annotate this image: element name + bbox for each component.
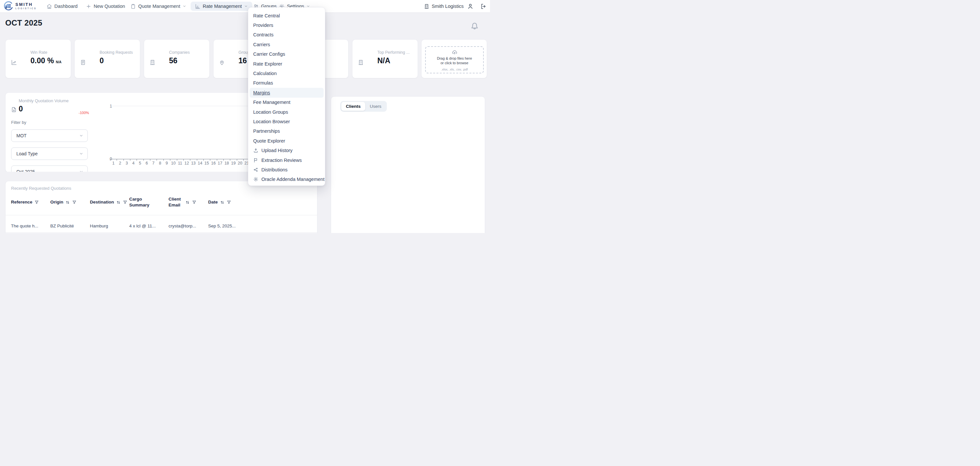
- building-icon: [358, 59, 364, 65]
- menu-item-upload-history[interactable]: Upload History: [248, 145, 325, 155]
- menu-item-providers[interactable]: Providers: [248, 20, 325, 30]
- filter-icon[interactable]: [72, 200, 76, 204]
- stat-value: N/A: [377, 56, 390, 65]
- brand-subname: LOGISTICS: [15, 8, 37, 10]
- nav-label: Rate Management: [203, 3, 242, 9]
- rate-management-dropdown: Rate Central Providers Contracts Carrier…: [248, 7, 325, 186]
- stat-label: Top Performing ...: [377, 50, 410, 55]
- x-tick-mark: [143, 159, 144, 161]
- menu-item-carriers[interactable]: Carriers: [248, 40, 325, 49]
- x-tick-mark: [197, 159, 197, 161]
- stat-value: 16: [239, 56, 247, 65]
- share-icon: [253, 167, 258, 172]
- menu-item-formulas[interactable]: Formulas: [248, 78, 325, 88]
- column-header-destination[interactable]: Destination: [84, 199, 124, 205]
- sort-icon[interactable]: [116, 200, 121, 205]
- column-header-date[interactable]: Date: [203, 199, 245, 205]
- file-dropzone[interactable]: Drag & drop files here or click to brows…: [425, 46, 484, 73]
- stat-card-top-performing: Top Performing ... N/A: [352, 39, 418, 78]
- y-axis-tick-1: 1: [105, 104, 112, 109]
- menu-item-margins[interactable]: Margins: [250, 88, 324, 97]
- menu-item-location-groups[interactable]: Location Groups: [248, 107, 325, 116]
- stat-value: 0: [100, 56, 104, 65]
- x-tick-mark: [237, 159, 237, 161]
- recently-requested-quotations-panel: Recently Requested Quotations Reference …: [5, 181, 317, 233]
- table-row[interactable]: The quote h... BZ Publicité Hamburg 4 x …: [6, 219, 317, 232]
- cell-cargo-summary: 4 x lcl @ 11...: [124, 223, 163, 228]
- menu-item-rate-explorer[interactable]: Rate Explorer: [248, 59, 325, 69]
- quotations-title: Recently Requested Quotations: [11, 186, 72, 191]
- home-icon: [46, 3, 52, 9]
- x-tick-label: 5: [137, 161, 143, 166]
- chevron-down-icon: [79, 152, 84, 156]
- cell-date: Sep 5, 2025...: [203, 223, 245, 228]
- building-icon: [150, 59, 156, 65]
- company-name: Smith Logistics: [432, 3, 464, 9]
- x-tick-mark: [110, 159, 110, 161]
- sort-icon[interactable]: [185, 200, 190, 205]
- journal-icon: [80, 59, 86, 65]
- mot-filter-select[interactable]: MOT: [11, 129, 88, 142]
- x-tick-label: 1: [110, 161, 117, 166]
- menu-item-distributions[interactable]: Distributions: [248, 165, 325, 174]
- file-plus-icon: [11, 107, 17, 113]
- x-tick-label: 10: [170, 161, 177, 166]
- notifications-bell-icon[interactable]: [470, 21, 479, 31]
- x-tick-mark: [170, 159, 170, 161]
- nav-item-new-quotation[interactable]: New Quotation: [86, 0, 125, 13]
- menu-item-calculation[interactable]: Calculation: [248, 69, 325, 78]
- menu-item-location-browser[interactable]: Location Browser: [248, 116, 325, 126]
- x-tick-label: 9: [164, 161, 170, 166]
- load-type-filter-select[interactable]: Load Type: [11, 147, 88, 160]
- x-tick-mark: [190, 159, 190, 161]
- menu-item-partnerships[interactable]: Partnerships: [248, 126, 325, 136]
- logout-button[interactable]: [480, 0, 487, 13]
- stat-card-win-rate: Win Rate 0.00 %N/A: [5, 39, 71, 78]
- x-tick-label: 19: [230, 161, 237, 166]
- x-tick-label: 3: [124, 161, 130, 166]
- nav-label: New Quotation: [94, 3, 125, 9]
- gear-icon: [253, 177, 258, 182]
- tab-clients[interactable]: Clients: [341, 102, 365, 111]
- menu-item-quote-explorer[interactable]: Quote Explorer: [248, 136, 325, 145]
- sort-icon[interactable]: [220, 200, 225, 205]
- x-tick-label: 17: [217, 161, 223, 166]
- stat-card-companies: Companies 56: [144, 39, 210, 78]
- page-title: OCT 2025: [5, 18, 42, 27]
- x-tick-label: 13: [190, 161, 197, 166]
- nav-item-dashboard[interactable]: Dashboard: [46, 0, 78, 13]
- menu-item-contracts[interactable]: Contracts: [248, 30, 325, 40]
- x-tick-label: 4: [130, 161, 137, 166]
- stat-value: 56: [169, 56, 178, 65]
- column-header-cargo-summary[interactable]: Cargo Summary: [124, 196, 163, 208]
- filter-icon[interactable]: [227, 200, 231, 204]
- stat-value: 0.00 %N/A: [30, 56, 62, 65]
- menu-item-fee-management[interactable]: Fee Management: [248, 98, 325, 107]
- x-tick-label: 18: [223, 161, 230, 166]
- menu-item-extraction-reviews[interactable]: Extraction Reviews: [248, 155, 325, 165]
- column-header-client-email[interactable]: Client Email: [163, 196, 203, 208]
- stat-label: Booking Requests: [100, 50, 133, 55]
- x-tick-mark: [210, 159, 210, 161]
- column-header-reference[interactable]: Reference: [6, 199, 45, 205]
- cell-client-email: crysta@torp...: [163, 223, 203, 228]
- filter-icon[interactable]: [192, 200, 197, 204]
- column-header-origin[interactable]: Origin: [45, 199, 84, 205]
- nav-item-quote-management[interactable]: Quote Management: [130, 0, 186, 13]
- cell-destination: Hamburg: [84, 223, 124, 228]
- select-value: MOT: [16, 133, 27, 138]
- nav-item-rate-management[interactable]: Rate Management: [191, 2, 252, 11]
- x-tick-mark: [217, 159, 217, 161]
- nav-label: Quote Management: [138, 3, 180, 9]
- menu-item-rate-central[interactable]: Rate Central: [248, 11, 325, 20]
- user-profile-button[interactable]: [467, 0, 474, 13]
- x-tick-label: 11: [177, 161, 183, 166]
- tab-users[interactable]: Users: [365, 102, 386, 111]
- brand-logo[interactable]: SMITH LOGISTICS: [3, 1, 37, 11]
- filter-icon[interactable]: [34, 200, 39, 204]
- menu-item-carrier-configs[interactable]: Carrier Configs: [248, 49, 325, 59]
- sort-icon[interactable]: [65, 200, 70, 205]
- menu-item-oracle-addenda-management[interactable]: Oracle Addenda Management: [248, 175, 325, 184]
- x-tick-mark: [204, 159, 204, 161]
- nav-label: Dashboard: [54, 3, 78, 9]
